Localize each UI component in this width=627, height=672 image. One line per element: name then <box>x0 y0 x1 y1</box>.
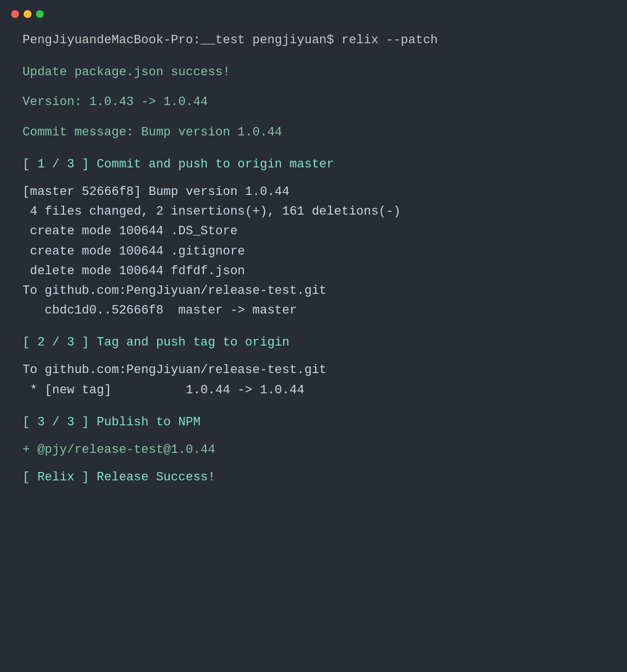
terminal-content: PengJiyuandeMacBook-Pro:__test pengjiyua… <box>0 25 627 672</box>
git-output-7: cbdc1d0..52666f8 master -> master <box>22 301 605 320</box>
prompt-line: PengJiyuandeMacBook-Pro:__test pengjiyua… <box>22 30 605 50</box>
final-line: [ Relix ] Release Success! <box>22 467 605 487</box>
close-button[interactable] <box>11 10 19 18</box>
version-line: Version: 1.0.43 -> 1.0.44 <box>22 92 605 112</box>
title-bar <box>0 0 627 25</box>
tag-output-1: To github.com:PengJiyuan/release-test.gi… <box>22 360 605 380</box>
git-output-6: To github.com:PengJiyuan/release-test.gi… <box>22 281 605 301</box>
commit-message-line: Commit message: Bump version 1.0.44 <box>22 122 605 142</box>
step1-line: [ 1 / 3 ] Commit and push to origin mast… <box>22 155 605 174</box>
terminal-window: PengJiyuandeMacBook-Pro:__test pengjiyua… <box>0 0 627 672</box>
step2-line: [ 2 / 3 ] Tag and push tag to origin <box>22 333 605 352</box>
update-success-line: Update package.json success! <box>22 62 605 82</box>
git-output-3: create mode 100644 .DS_Store <box>22 221 605 241</box>
minimize-button[interactable] <box>24 10 31 18</box>
git-output-4: create mode 100644 .gitignore <box>22 242 605 261</box>
maximize-button[interactable] <box>36 10 44 18</box>
npm-output-1: + @pjy/release-test@1.0.44 <box>22 440 605 460</box>
git-output-1: [master 52666f8] Bump version 1.0.44 <box>22 182 605 202</box>
step3-line: [ 3 / 3 ] Publish to NPM <box>22 412 605 432</box>
tag-output-2: * [new tag] 1.0.44 -> 1.0.44 <box>22 380 605 400</box>
git-output-2: 4 files changed, 2 insertions(+), 161 de… <box>22 202 605 221</box>
git-output-5: delete mode 100644 fdfdf.json <box>22 261 605 281</box>
